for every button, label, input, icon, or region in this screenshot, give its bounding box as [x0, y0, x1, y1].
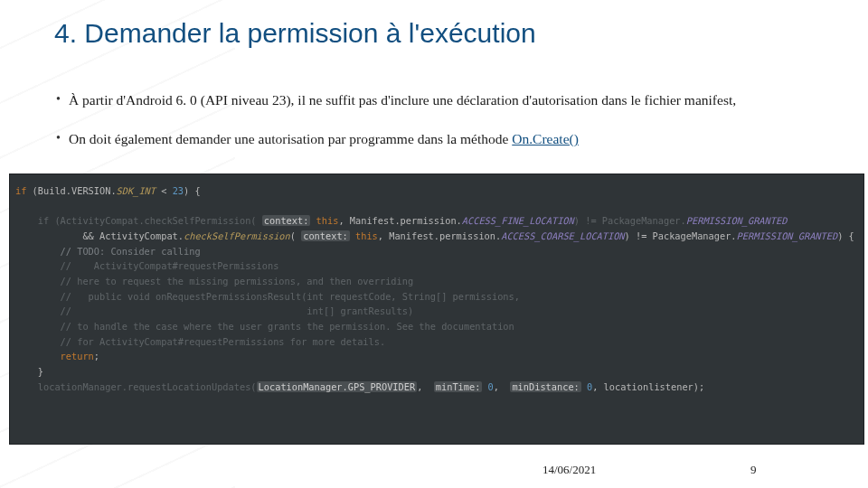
code-token: , Manifest.permission.: [338, 215, 461, 226]
code-token: this: [350, 230, 378, 241]
code-token: SDK_INT: [117, 185, 156, 196]
code-token: <: [156, 185, 173, 196]
code-token: locationManager.requestLocationUpdates(: [15, 381, 257, 392]
code-comment: // to handle the case where the user gra…: [15, 321, 514, 332]
code-token: && ActivityCompat.: [15, 230, 184, 241]
code-hint: context:: [301, 230, 350, 241]
bullet-item: On doit également demander une autorisat…: [56, 130, 868, 149]
slide-date: 14/06/2021: [542, 463, 596, 477]
code-token: 23: [173, 185, 184, 196]
code-token: 0: [581, 381, 592, 392]
bullet-text: On doit également demander une autorisat…: [69, 131, 512, 146]
code-token: ) {: [837, 230, 854, 241]
code-token: checkSelfPermission: [184, 230, 290, 241]
bullet-item: À partir d'Android 6. 0 (API niveau 23),…: [56, 91, 868, 110]
page-number: 9: [750, 463, 757, 477]
code-hint: LocationManager.GPS_PROVIDER: [257, 381, 418, 392]
code-snippet: if (Build.VERSION.SDK_INT < 23) { if (Ac…: [9, 174, 864, 445]
code-token: , Manifest.permission.: [378, 230, 501, 241]
bullet-list: À partir d'Android 6. 0 (API niveau 23),…: [20, 91, 868, 169]
code-comment: // TODO: Consider calling: [15, 246, 201, 257]
code-token: this: [310, 215, 338, 226]
code-hint: context:: [262, 215, 311, 226]
code-comment: // here to request the missing permissio…: [15, 276, 413, 286]
code-hint: minDistance:: [510, 381, 580, 392]
code-token: ACCESS_FINE_LOCATION: [462, 215, 574, 226]
code-token: PERMISSION_GRANTED: [737, 230, 838, 241]
code-token: ) {: [184, 185, 201, 196]
code-token: return: [61, 351, 94, 361]
code-token: ,: [494, 381, 511, 392]
code-token: ) != PackageManager.: [574, 215, 686, 226]
code-token: 0: [482, 381, 493, 392]
code-token: ;: [94, 351, 99, 361]
code-comment: // public void onRequestPermissionsResul…: [15, 291, 520, 302]
slide-title: 4. Demander la permission à l'exécution: [54, 18, 536, 49]
code-comment: // int[] grantResults): [15, 305, 413, 316]
slide: 4. Demander la permission à l'exécution …: [0, 0, 868, 488]
code-token: ,: [417, 381, 434, 392]
code-token: [15, 351, 61, 361]
code-token: (: [290, 230, 301, 241]
code-token: (Build.VERSION.: [26, 185, 116, 196]
code-token: , locationlistener);: [592, 381, 704, 392]
oncreate-link[interactable]: On.Create(): [512, 131, 579, 146]
code-token: if: [15, 185, 26, 196]
code-token: if (ActivityCompat.checkSelfPermission(: [15, 215, 262, 226]
code-line: }: [15, 366, 43, 377]
code-token: ) != PackageManager.: [625, 230, 737, 241]
code-comment: // for ActivityCompat#requestPermissions…: [15, 336, 385, 347]
code-comment: // ActivityCompat#requestPermissions: [15, 260, 278, 271]
code-hint: minTime:: [434, 381, 483, 392]
code-token: PERMISSION_GRANTED: [686, 215, 788, 226]
code-token: ACCESS_COARSE_LOCATION: [501, 230, 624, 241]
